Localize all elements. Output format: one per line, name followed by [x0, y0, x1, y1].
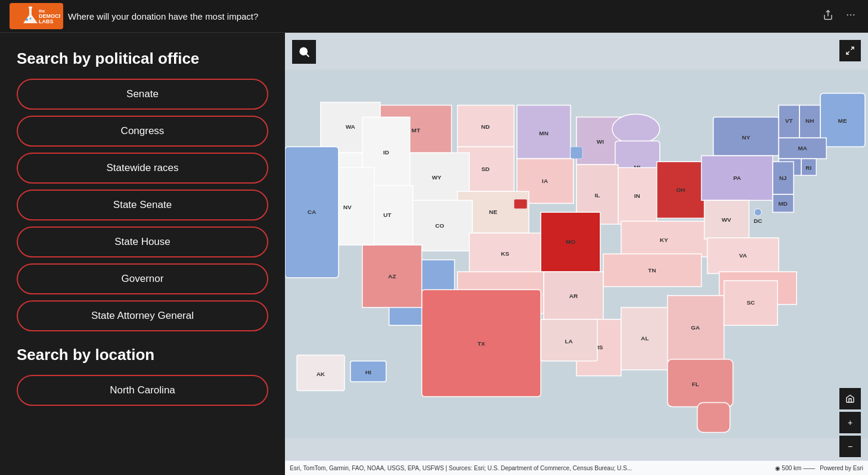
- svg-point-9: [850, 14, 851, 15]
- svg-rect-93: [422, 290, 541, 397]
- state-senate-button[interactable]: State Senate: [17, 190, 268, 221]
- svg-rect-51: [657, 162, 705, 218]
- svg-rect-57: [773, 194, 793, 212]
- svg-marker-0: [23, 8, 38, 23]
- svg-rect-118: [571, 147, 582, 159]
- map-footer: Esri, TomTom, Garmin, FAO, NOAA, USGS, E…: [285, 461, 868, 475]
- senate-button[interactable]: Senate: [17, 79, 268, 110]
- svg-point-3: [30, 18, 32, 20]
- svg-rect-112: [285, 147, 339, 278]
- svg-rect-49: [618, 167, 657, 224]
- congress-button[interactable]: Congress: [17, 116, 268, 147]
- more-options-button[interactable]: [843, 7, 858, 26]
- svg-text:the: the: [39, 9, 45, 13]
- svg-rect-1: [29, 7, 32, 8]
- svg-rect-119: [514, 199, 527, 209]
- svg-point-59: [754, 209, 761, 216]
- svg-rect-71: [705, 200, 749, 239]
- svg-rect-55: [773, 162, 793, 194]
- map-controls-top-right: [839, 40, 861, 61]
- svg-line-13: [851, 47, 854, 50]
- svg-rect-83: [544, 272, 603, 319]
- svg-line-14: [847, 51, 850, 54]
- svg-rect-114: [297, 355, 345, 391]
- svg-point-24: [612, 114, 660, 144]
- app-header: the DEMOCRACY LABS Where will your donat…: [0, 0, 868, 33]
- svg-line-12: [306, 54, 309, 57]
- svg-point-11: [300, 48, 307, 55]
- svg-rect-35: [779, 138, 826, 159]
- political-office-section-title: Search by political office: [17, 49, 268, 68]
- svg-rect-108: [362, 245, 422, 308]
- svg-rect-91: [724, 281, 777, 325]
- svg-rect-67: [541, 212, 600, 272]
- north-carolina-button[interactable]: North Carolina: [17, 375, 268, 406]
- svg-rect-65: [469, 233, 541, 275]
- state-house-button[interactable]: State House: [17, 226, 268, 257]
- map-scale: ◉ 500 km ——: [775, 465, 815, 471]
- home-button[interactable]: [839, 388, 861, 409]
- logo: the DEMOCRACY LABS: [10, 3, 63, 29]
- svg-point-10: [853, 14, 854, 15]
- svg-point-8: [847, 14, 848, 15]
- svg-rect-98: [698, 402, 730, 432]
- svg-rect-31: [799, 105, 820, 138]
- svg-rect-63: [407, 200, 473, 251]
- map-container: + − MT ND MN WI MI: [285, 33, 868, 475]
- share-button[interactable]: [820, 7, 836, 26]
- header-actions: [820, 7, 858, 26]
- svg-rect-89: [668, 296, 724, 361]
- svg-rect-77: [603, 254, 702, 287]
- expand-button[interactable]: [839, 40, 861, 61]
- svg-rect-27: [714, 117, 779, 156]
- location-section-title: Search by location: [17, 346, 268, 364]
- svg-rect-20: [517, 105, 571, 159]
- statewide-races-button[interactable]: Statewide races: [17, 153, 268, 184]
- us-map-svg: MT ND MN WI MI NY VT NH ME: [285, 33, 868, 475]
- svg-rect-53: [702, 156, 773, 200]
- powered-by: Powered by Esri: [820, 465, 863, 471]
- svg-point-2: [26, 18, 28, 21]
- svg-rect-95: [541, 319, 597, 361]
- map-controls-bottom-right: + −: [839, 388, 861, 457]
- map-attribution: Esri, TomTom, Garmin, FAO, NOAA, USGS, E…: [290, 465, 632, 471]
- svg-rect-87: [621, 308, 669, 370]
- governor-button[interactable]: Governor: [17, 263, 268, 294]
- svg-rect-73: [708, 238, 779, 274]
- state-attorney-general-button[interactable]: State Attorney General: [17, 300, 268, 331]
- svg-rect-33: [820, 94, 865, 147]
- sidebar: Search by political office Senate Congre…: [0, 33, 285, 475]
- zoom-out-button[interactable]: −: [839, 436, 861, 457]
- svg-rect-116: [351, 361, 386, 382]
- header-title: Where will your donation have the most i…: [68, 11, 820, 21]
- map-search-button[interactable]: [292, 40, 316, 64]
- svg-rect-97: [668, 359, 733, 407]
- logo-container: the DEMOCRACY LABS: [10, 3, 63, 29]
- svg-rect-69: [621, 221, 708, 257]
- svg-rect-39: [801, 159, 816, 175]
- svg-rect-29: [779, 105, 799, 138]
- zoom-in-button[interactable]: +: [839, 412, 861, 433]
- svg-text:LABS: LABS: [39, 18, 54, 24]
- map-area: + − MT ND MN WI MI: [285, 33, 868, 475]
- svg-rect-18: [457, 105, 514, 147]
